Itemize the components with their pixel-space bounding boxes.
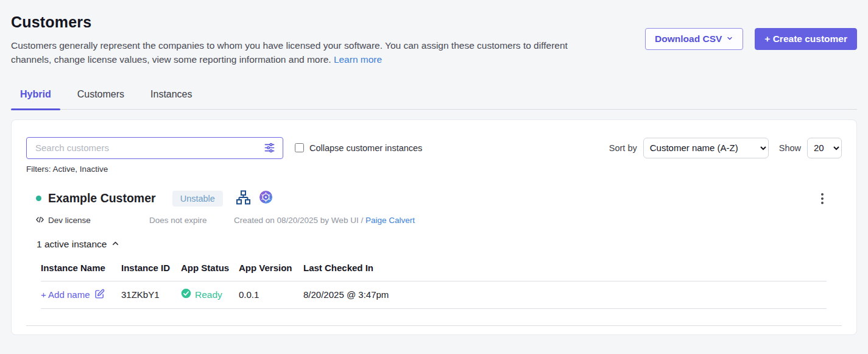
tab-bar: Hybrid Customers Instances [11, 87, 857, 110]
collapse-instances-checkbox[interactable] [295, 143, 304, 152]
sitemap-icon [236, 190, 251, 207]
sort-select[interactable]: Customer name (A-Z) [643, 138, 769, 158]
search-box [26, 137, 283, 159]
download-csv-button[interactable]: Download CSV [645, 28, 743, 50]
show-count-select[interactable]: 20 [807, 138, 842, 158]
sort-by-label: Sort by [609, 143, 637, 153]
instance-id-value: 31ZKbY1 [121, 289, 181, 300]
header-actions: Download CSV + Create customer [645, 28, 857, 50]
chevron-up-icon [111, 239, 120, 250]
instances-summary-label: 1 active instance [37, 239, 107, 250]
collapse-instances-control: Collapse customer instances [295, 143, 422, 153]
toolbar-right: Sort by Customer name (A-Z) Show 20 [609, 138, 842, 158]
code-icon [35, 215, 44, 226]
instances-table-header: Instance Name Instance ID App Status App… [41, 263, 827, 281]
tab-instances[interactable]: Instances [141, 87, 201, 109]
install-type-icons [236, 190, 273, 207]
customer-header-row: Example Customer Unstable [26, 190, 842, 207]
col-app-version: App Version [239, 263, 303, 273]
created-by-text: Created on 08/20/2025 by Web UI / Paige … [234, 216, 415, 225]
license-type-label: Dev license [48, 216, 91, 225]
customer-name-link[interactable]: Example Customer [48, 191, 156, 205]
customer-meta-row: Dev license Does not expire Created on 0… [26, 215, 842, 226]
create-customer-button[interactable]: + Create customer [755, 28, 857, 50]
instances-collapse-toggle[interactable]: 1 active instance [26, 239, 120, 250]
tab-hybrid[interactable]: Hybrid [11, 87, 60, 109]
kubernetes-icon [259, 190, 273, 207]
customer-options-kebab[interactable] [819, 191, 826, 207]
license-type: Dev license [35, 215, 149, 226]
show-label: Show [779, 143, 801, 153]
app-status-value: Ready [181, 288, 239, 301]
description-text: Customers generally represent the compan… [11, 40, 568, 65]
edit-pencil-icon[interactable] [94, 289, 105, 301]
instances-table: Instance Name Instance ID App Status App… [41, 263, 827, 309]
instance-row: + Add name 31ZKbY1 Ready 0.0.1 8/20/2025… [41, 281, 827, 309]
channel-badge: Unstable [172, 191, 223, 207]
page-header: Customers Customers generally represent … [0, 0, 868, 67]
toolbar: Collapse customer instances Sort by Cust… [26, 137, 842, 159]
search-input[interactable] [35, 143, 263, 153]
col-last-checked-in: Last Checked In [303, 263, 827, 273]
learn-more-link[interactable]: Learn more [334, 54, 382, 65]
tab-customers[interactable]: Customers [68, 87, 133, 109]
filter-sliders-icon[interactable] [263, 141, 277, 155]
collapse-instances-label: Collapse customer instances [309, 143, 422, 153]
check-circle-icon [181, 288, 191, 301]
card-bottom-divider [26, 325, 842, 326]
col-instance-id: Instance ID [121, 263, 181, 273]
page-description: Customers generally represent the compan… [11, 39, 599, 67]
add-instance-name-button[interactable]: + Add name [41, 289, 121, 301]
app-version-value: 0.0.1 [239, 289, 303, 300]
customers-panel: Collapse customer instances Sort by Cust… [11, 119, 857, 335]
last-checked-in-value: 8/20/2025 @ 3:47pm [303, 289, 827, 300]
download-csv-label: Download CSV [655, 34, 722, 44]
expiry-text: Does not expire [149, 216, 234, 225]
active-status-dot [36, 196, 41, 201]
col-instance-name: Instance Name [41, 263, 121, 273]
chevron-down-icon [726, 34, 733, 44]
page-title: Customers [11, 13, 645, 31]
col-app-status: App Status [181, 263, 239, 273]
created-by-user-link[interactable]: Paige Calvert [365, 216, 415, 225]
active-filters-text: Filters: Active, Inactive [26, 165, 842, 174]
